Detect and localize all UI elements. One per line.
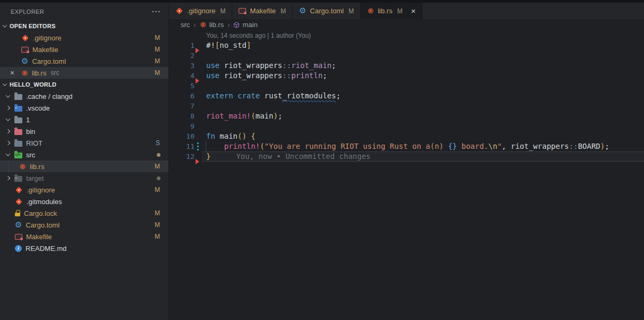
git-status-badge: M: [155, 209, 160, 217]
file-name: .gitmodules: [27, 198, 62, 206]
git-icon: [15, 198, 22, 205]
code-text: use riot_wrappers::println;: [206, 71, 327, 81]
chevron-down-icon[interactable]: [6, 116, 10, 121]
gear-icon: ⚙: [299, 7, 306, 15]
tree-item-.vscode[interactable]: ✕.vscode: [0, 102, 168, 114]
breadcrumb-item-src[interactable]: src: [181, 21, 190, 29]
tab-.gitignore[interactable]: .gitignoreM: [169, 3, 232, 19]
makefile-icon: [239, 8, 246, 14]
open-editors-label: OPEN EDITORS: [10, 23, 56, 29]
tab-label: lib.rs: [378, 7, 392, 15]
explorer-actions-icon[interactable]: ···: [152, 7, 161, 16]
code-line-11[interactable]: 11 println!("You are running RIOT using …: [169, 141, 644, 151]
modified-dot-badge: [157, 176, 160, 180]
file-path-suffix: src: [50, 69, 59, 77]
breadcrumb-item-lib.rs[interactable]: ®lib.rs: [200, 21, 224, 29]
tab-Cargo.toml[interactable]: ⚙Cargo.tomlM: [293, 3, 361, 19]
tree-item-.cache_clangd[interactable]: .cache / clangd: [0, 90, 168, 102]
tab-label: Makefile: [250, 7, 275, 15]
file-name: Cargo.toml: [26, 221, 60, 229]
workspace-section-header[interactable]: HELLO_WORLD: [0, 79, 168, 90]
close-icon[interactable]: ×: [411, 7, 416, 15]
rust-icon: ®: [21, 70, 28, 77]
code-line-6[interactable]: 6extern crate rust_riotmodules;: [169, 91, 644, 101]
modified-dot-badge: [157, 153, 160, 157]
open-editor-item-lib.rs[interactable]: ×®lib.rssrcM: [0, 67, 168, 79]
code-line-1[interactable]: 1#![no_std]: [169, 40, 644, 50]
code-line-2[interactable]: 2: [169, 50, 644, 61]
breadcrumb-item-main[interactable]: main: [233, 21, 257, 29]
git-modified-lines-marker[interactable]: [197, 142, 199, 150]
tree-item-bin[interactable]: bin: [0, 125, 168, 137]
sidebar-header: EXPLORER ···: [0, 3, 168, 20]
chevron-down-icon[interactable]: [6, 151, 10, 156]
rust-icon: ®: [200, 21, 207, 28]
line-number-2[interactable]: 2: [169, 50, 194, 61]
chevron-right-icon[interactable]: [6, 176, 10, 180]
code-text: println!("You are running RIOT using Rus…: [206, 141, 609, 151]
code-line-5[interactable]: 5: [169, 81, 644, 91]
tab-Makefile[interactable]: MakefileM: [232, 3, 292, 19]
breadcrumb-separator: ›: [227, 21, 230, 29]
line-number-8[interactable]: 8: [169, 111, 194, 121]
line-number-1[interactable]: 1: [169, 40, 194, 50]
line-number-9[interactable]: 9: [169, 121, 194, 131]
inline-blame-annotation: You, now • Uncommitted changes: [236, 152, 370, 161]
line-number-6[interactable]: 6: [169, 91, 194, 101]
git-status-badge: M: [349, 7, 354, 15]
chevron-down-icon[interactable]: [6, 93, 10, 97]
code-line-4[interactable]: 4use riot_wrappers::println;: [169, 71, 644, 81]
gear-icon: ⚙: [21, 57, 28, 65]
tree-item-1[interactable]: 1: [0, 114, 168, 125]
code-line-9[interactable]: 9: [169, 121, 644, 131]
code-line-8[interactable]: 8riot_main!(main);: [169, 111, 644, 121]
git-deleted-lines-marker[interactable]: [196, 78, 199, 83]
code-line-3[interactable]: 3use riot_wrappers::riot_main;: [169, 61, 644, 71]
open-editor-item-Cargo.toml[interactable]: ⚙Cargo.tomlM: [0, 55, 168, 67]
gear-icon: ⚙: [15, 221, 22, 229]
tree-item-Cargo.toml[interactable]: ⚙Cargo.tomlM: [0, 219, 168, 231]
tree-item-README.md[interactable]: iREADME.md: [0, 242, 168, 254]
open-editor-item-Makefile[interactable]: MakefileM: [0, 44, 168, 55]
line-number-10[interactable]: 10: [169, 131, 194, 141]
tree-item-.gitmodules[interactable]: .gitmodules: [0, 196, 168, 207]
open-editor-item-.gitignore[interactable]: .gitignoreM: [0, 32, 168, 44]
line-number-7[interactable]: 7: [169, 101, 194, 111]
tree-item-lib.rs[interactable]: ®lib.rsM: [0, 161, 168, 172]
chevron-right-icon[interactable]: [6, 141, 10, 145]
code-text: extern crate rust_riotmodules;: [206, 91, 341, 101]
code-text: }You, now • Uncommitted changes: [206, 151, 370, 162]
chevron-down-icon: [3, 23, 7, 27]
cube-icon: [233, 22, 240, 28]
line-number-4[interactable]: 4: [169, 71, 194, 81]
file-name: README.md: [26, 245, 66, 252]
open-editors-section-header[interactable]: OPEN EDITORS: [0, 20, 168, 32]
tree-item-Makefile[interactable]: MakefileM: [0, 231, 168, 242]
git-status-badge: M: [397, 7, 402, 15]
tree-item-RIOT[interactable]: RIOTS: [0, 137, 168, 149]
file-name: Cargo.lock: [24, 209, 57, 217]
tree-item-.gitignore[interactable]: .gitignoreM: [0, 184, 168, 196]
tab-lib.rs[interactable]: ®lib.rsM×: [361, 3, 422, 19]
tree-item-src[interactable]: </>src: [0, 149, 168, 161]
explorer-title: EXPLORER: [11, 9, 44, 15]
code-line-10[interactable]: 10fn main() {: [169, 131, 644, 141]
code-text: fn main() {: [206, 131, 256, 141]
window-top-strip: [0, 0, 644, 3]
git-deleted-lines-marker[interactable]: [196, 48, 199, 53]
line-number-12[interactable]: 12: [169, 151, 194, 162]
chevron-right-icon[interactable]: [6, 106, 10, 110]
file-name: .cache / clangd: [26, 92, 72, 100]
tree-item-Cargo.lock[interactable]: Cargo.lockM: [0, 207, 168, 219]
chevron-right-icon[interactable]: [6, 129, 10, 133]
line-number-11[interactable]: 11: [169, 141, 194, 151]
git-deleted-lines-marker[interactable]: [196, 159, 199, 164]
code-text: #![no_std]: [206, 40, 251, 50]
line-number-5[interactable]: 5: [169, 81, 194, 91]
tree-item-target[interactable]: ◎target: [0, 172, 168, 184]
code-line-12[interactable]: 12}You, now • Uncommitted changes: [169, 151, 644, 162]
codelens-blame[interactable]: You, 14 seconds ago | 1 author (You): [169, 30, 644, 40]
close-icon[interactable]: ×: [10, 69, 14, 77]
code-line-7[interactable]: 7: [169, 101, 644, 111]
line-number-3[interactable]: 3: [169, 61, 194, 71]
